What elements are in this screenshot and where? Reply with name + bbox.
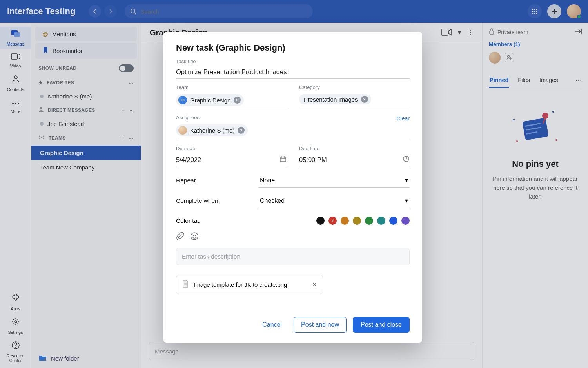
color-swatch[interactable]: [316, 217, 325, 225]
emoji-icon[interactable]: [190, 232, 199, 242]
due-time-label: Due time: [299, 146, 410, 151]
task-description-input[interactable]: Enter task description: [176, 248, 410, 265]
category-chip: Presentation Images ✕: [299, 94, 371, 104]
color-swatch[interactable]: [328, 217, 337, 225]
team-chip-icon: [178, 96, 187, 104]
attachment-chip: Image template for JK to create.png ✕: [176, 275, 323, 294]
assignee-chip-remove[interactable]: ✕: [238, 127, 245, 134]
category-field[interactable]: Presentation Images ✕: [299, 92, 410, 107]
svg-point-36: [181, 99, 182, 100]
color-swatch[interactable]: [389, 217, 397, 225]
chevron-down-icon: ▾: [405, 197, 408, 204]
file-icon: [182, 280, 189, 289]
due-time-input[interactable]: 05:00 PM: [299, 153, 410, 167]
color-swatch[interactable]: [341, 217, 349, 225]
repeat-select[interactable]: None ▾: [258, 173, 410, 188]
color-swatch[interactable]: [353, 217, 361, 225]
cancel-button[interactable]: Cancel: [257, 317, 287, 332]
assignees-field[interactable]: Katherine S (me) ✕: [176, 122, 410, 139]
assignee-chip-label: Katherine S (me): [190, 127, 234, 134]
svg-point-37: [184, 99, 185, 100]
modal-title: New task (Graphic Design): [176, 43, 410, 53]
attachment-name: Image template for JK to create.png: [194, 281, 287, 288]
chevron-down-icon: ▾: [405, 177, 408, 184]
clock-icon[interactable]: [403, 155, 410, 164]
assignees-label: Assignees: [176, 115, 200, 120]
due-time-value: 05:00 PM: [299, 156, 327, 164]
team-field[interactable]: Graphic Design ✕: [176, 92, 287, 109]
color-swatch[interactable]: [377, 217, 385, 225]
category-label: Category: [299, 84, 410, 90]
calendar-icon[interactable]: [279, 155, 287, 164]
assignee-chip: Katherine S (me) ✕: [176, 124, 248, 136]
complete-when-value: Checked: [260, 197, 285, 204]
due-date-input[interactable]: 5/4/2022: [176, 153, 287, 167]
category-chip-label: Presentation Images: [304, 96, 358, 103]
svg-point-43: [193, 235, 194, 236]
svg-point-44: [195, 235, 196, 236]
team-label: Team: [176, 84, 287, 90]
complete-when-label: Complete when: [176, 197, 258, 204]
clear-assignees[interactable]: Clear: [397, 115, 410, 122]
due-date-value: 5/4/2022: [176, 156, 201, 164]
post-and-new-button[interactable]: Post and new: [294, 317, 347, 333]
color-swatch[interactable]: [365, 217, 373, 225]
svg-point-38: [181, 100, 182, 101]
post-and-close-button[interactable]: Post and close: [353, 317, 410, 333]
new-task-modal: New task (Graphic Design) Task title Opt…: [163, 32, 422, 343]
color-swatches: [316, 217, 410, 225]
repeat-label: Repeat: [176, 177, 258, 184]
team-chip-label: Graphic Design: [190, 97, 230, 104]
task-title-input[interactable]: Optimize Presentation Product Images: [176, 66, 410, 79]
color-tag-label: Color tag: [176, 217, 201, 224]
attachment-remove[interactable]: ✕: [312, 281, 317, 288]
color-swatch[interactable]: [401, 217, 410, 225]
attach-icon[interactable]: [176, 232, 184, 242]
task-title-label: Task title: [176, 58, 410, 64]
svg-point-39: [184, 100, 185, 101]
assignee-avatar: [178, 126, 187, 135]
svg-point-35: [182, 100, 183, 100]
desc-placeholder: Enter task description: [182, 253, 240, 260]
complete-when-select[interactable]: Checked ▾: [258, 194, 410, 208]
svg-rect-40: [280, 157, 286, 162]
team-chip: Graphic Design ✕: [176, 94, 244, 106]
task-title-value: Optimize Presentation Product Images: [176, 68, 287, 76]
team-chip-remove[interactable]: ✕: [234, 97, 241, 104]
due-date-label: Due date: [176, 146, 287, 151]
svg-point-42: [191, 233, 198, 240]
repeat-value: None: [260, 177, 275, 184]
category-chip-remove[interactable]: ✕: [361, 96, 368, 103]
